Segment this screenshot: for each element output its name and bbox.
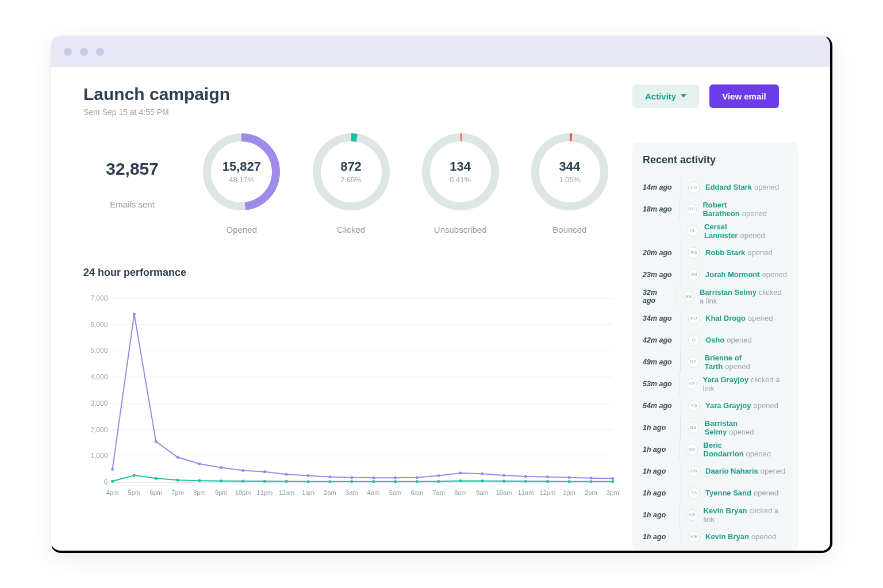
activity-row[interactable]: 14m agoESEddard Starkopened xyxy=(643,176,788,198)
activity-row[interactable]: 32m agoBSBarristan Selmyclicked a link xyxy=(643,286,788,308)
timeline-tick xyxy=(681,264,681,286)
svg-text:6,000: 6,000 xyxy=(90,320,108,328)
svg-point-84 xyxy=(350,480,353,483)
activity-time: 53m ago xyxy=(643,380,673,388)
view-email-button[interactable]: View email xyxy=(709,84,778,108)
donut-value: 15,827 xyxy=(222,159,261,174)
activity-user: Daario Naharis xyxy=(705,467,758,475)
activity-row[interactable]: 20m agoRSRobb Starkopened xyxy=(643,242,788,264)
page-title: Launch campaign xyxy=(83,84,230,104)
avatar: KB xyxy=(686,509,697,521)
activity-time: 1h ago xyxy=(643,445,673,454)
activity-action: opened xyxy=(729,428,754,436)
avatar: KB xyxy=(688,531,700,543)
svg-point-79 xyxy=(241,479,244,482)
activity-row[interactable]: 1h agoKBKevin Bryanclicked a link xyxy=(643,504,788,526)
activity-text: Barristan Selmyclicked a link xyxy=(700,288,788,305)
svg-text:11pm: 11pm xyxy=(257,489,273,496)
activity-text: Yara Grayjoyclicked a link xyxy=(702,375,788,393)
activity-action: opened xyxy=(725,362,750,371)
activity-time: 42m ago xyxy=(643,336,675,344)
svg-point-88 xyxy=(437,479,440,482)
activity-row[interactable]: 18m agoRSRobert Baratheonopened xyxy=(643,198,788,220)
activity-row[interactable]: 23m agoJMJorah Mormontopened xyxy=(643,264,788,286)
donut-label: Opened xyxy=(226,225,257,235)
svg-point-56 xyxy=(263,470,266,473)
svg-point-53 xyxy=(198,462,201,465)
activity-action: opened xyxy=(754,183,779,191)
svg-point-66 xyxy=(481,472,483,475)
activity-text: Eddard Starkopened xyxy=(705,183,779,191)
svg-point-74 xyxy=(133,474,136,476)
activity-action: opened xyxy=(727,336,751,344)
activity-row[interactable]: 53m agoYGYara Grayjoyclicked a link xyxy=(643,373,788,395)
timeline-tick xyxy=(681,308,681,329)
svg-text:2pm: 2pm xyxy=(585,489,597,496)
activity-text: Robb Starkopened xyxy=(705,248,773,257)
activity-row[interactable]: 49m agoBTBrienne of Tarthopened xyxy=(643,351,788,373)
svg-text:5pm: 5pm xyxy=(128,489,141,496)
activity-action: opened xyxy=(751,532,776,541)
activity-action: opened xyxy=(761,467,785,475)
activity-user: Yara Grayjoy xyxy=(702,375,748,384)
avatar: KD xyxy=(688,313,700,324)
svg-text:6am: 6am xyxy=(411,489,424,496)
activity-row[interactable]: 1h agoBDBeric Dondarrionopened xyxy=(643,439,788,460)
activity-row[interactable]: CLCersel Lannisteropened xyxy=(643,220,788,242)
svg-text:12pm: 12pm xyxy=(539,489,555,496)
activity-row[interactable]: 54m agoYGYara Grayjoyopened xyxy=(643,395,788,417)
activity-time: 34m ago xyxy=(643,314,675,322)
avatar: DN xyxy=(688,466,700,477)
svg-point-92 xyxy=(524,479,527,482)
svg-point-63 xyxy=(416,476,419,479)
activity-row[interactable]: 1h agoKBKevin Bryanopened xyxy=(643,526,788,548)
activity-time: 49m ago xyxy=(643,358,674,366)
timeline-tick xyxy=(681,329,681,351)
activity-dropdown[interactable]: Activity xyxy=(632,84,699,108)
stat-emails-sent: 32,857 Emails sent xyxy=(83,132,181,209)
activity-user: Beric Dondarrion xyxy=(704,441,744,458)
svg-text:9am: 9am xyxy=(476,489,489,496)
activity-action: opened xyxy=(742,209,767,218)
svg-text:4am: 4am xyxy=(367,489,380,496)
activity-row[interactable]: 42m agoOOshoopened xyxy=(643,329,788,351)
activity-row[interactable]: 1h agoTSTyenne Sandopened xyxy=(643,482,788,504)
activity-time: 1h ago xyxy=(643,511,673,519)
content-area: Launch campaign Sent Sep 15 at 4:55 PM 3… xyxy=(51,67,830,551)
svg-point-58 xyxy=(307,474,310,477)
header-buttons: Activity View email xyxy=(632,84,798,108)
donut-value: 872 xyxy=(340,159,362,174)
svg-point-77 xyxy=(198,479,201,482)
timeline-tick xyxy=(681,242,681,264)
activity-row[interactable]: 34m agoKDKhal Drogoopened xyxy=(643,308,788,329)
avatar: JM xyxy=(688,269,700,280)
timeline-tick xyxy=(681,395,681,417)
svg-point-54 xyxy=(220,466,222,468)
donut-value: 344 xyxy=(559,159,581,174)
timeline-tick xyxy=(679,439,679,460)
svg-point-85 xyxy=(372,480,375,483)
timeline-tick xyxy=(681,482,681,504)
activity-row[interactable]: 1h agoBSBarristan Selmyopened xyxy=(643,417,788,439)
svg-point-76 xyxy=(176,478,179,481)
stats-row: 32,857 Emails sent 15,82748.17%Opened 87… xyxy=(83,132,619,235)
activity-user: Khal Drogo xyxy=(705,314,746,322)
activity-action: opened xyxy=(754,489,778,497)
svg-text:9pm: 9pm xyxy=(215,489,228,496)
activity-row[interactable]: 1h agoDNDaario Naharisopened xyxy=(643,460,788,482)
svg-point-49 xyxy=(111,467,114,470)
stat-opened: 15,82748.17%Opened xyxy=(193,132,290,235)
window-dot xyxy=(96,48,104,56)
activity-time: 1h ago xyxy=(643,489,675,497)
activity-action: opened xyxy=(740,231,765,240)
svg-text:1am: 1am xyxy=(302,489,314,496)
donut-label: Unsubscribed xyxy=(434,225,487,235)
donut-label: Bounced xyxy=(552,225,586,235)
activity-text: Jorah Mormontopened xyxy=(705,270,787,279)
svg-point-50 xyxy=(133,312,136,315)
donut-label: Clicked xyxy=(337,225,365,235)
svg-point-95 xyxy=(590,480,593,483)
avatar: BS xyxy=(684,291,694,302)
svg-point-65 xyxy=(459,471,462,474)
activity-text: Barristan Selmyopened xyxy=(705,419,788,436)
